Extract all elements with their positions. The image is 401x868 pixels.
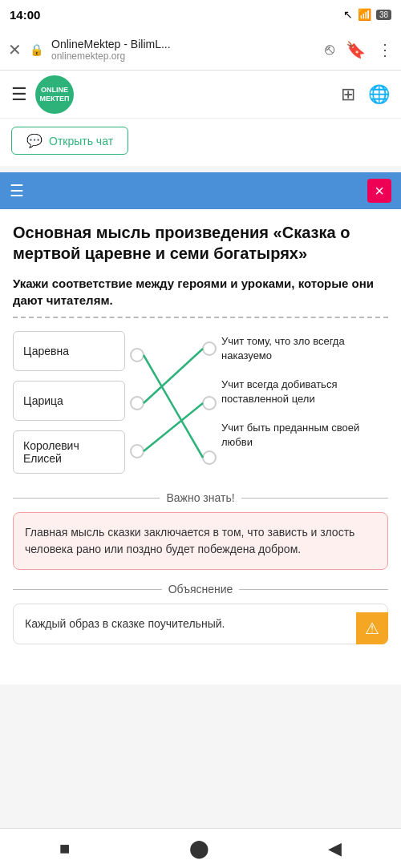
chat-section: 💬 Открыть чат bbox=[0, 119, 401, 166]
status-time: 14:00 bbox=[10, 8, 40, 22]
matching-exercise: Царевна Царица Королевич Елисей bbox=[13, 331, 388, 475]
main-content: Основная мысль произведения «Сказка о ме… bbox=[0, 209, 401, 684]
match-right-0: Учит тому, что зло всегда наказуемо bbox=[221, 331, 388, 366]
battery-icon: 38 bbox=[376, 10, 391, 20]
nav-left: ☰ ONLINE МЕКТЕП bbox=[11, 75, 74, 114]
dashed-divider bbox=[13, 317, 388, 318]
explanation-text: Каждый образ в сказке поучительный. bbox=[25, 617, 225, 630]
share-icon[interactable]: ⎋ bbox=[325, 40, 334, 59]
stop-icon[interactable]: ■ bbox=[59, 838, 70, 859]
matching-right-col: Учит тому, что зло всегда наказуемо Учит… bbox=[221, 331, 388, 475]
match-left-2: Королевич Елисей bbox=[13, 430, 125, 474]
page-title: Основная мысль произведения «Сказка о ме… bbox=[13, 222, 388, 264]
status-icons: ↖ 📶 38 bbox=[343, 8, 391, 21]
chat-icon: 💬 bbox=[26, 133, 43, 148]
warning-button[interactable]: ⚠ bbox=[356, 612, 388, 644]
browser-domain: onlinemektep.org bbox=[51, 50, 317, 62]
svg-line-6 bbox=[144, 355, 203, 458]
logo: ONLINE МЕКТЕП bbox=[35, 75, 74, 114]
svg-line-7 bbox=[144, 349, 203, 403]
nav-bar: ☰ ONLINE МЕКТЕП ⊞ 🌐 bbox=[0, 71, 401, 119]
url-block: OnlineMektep - BilimL... onlinemektep.or… bbox=[51, 38, 317, 62]
more-icon[interactable]: ⋮ bbox=[377, 40, 393, 59]
match-right-2: Учит быть преданным своей любви bbox=[221, 418, 388, 453]
connection-svg bbox=[125, 331, 221, 475]
bookmark-icon[interactable]: 🔖 bbox=[346, 40, 366, 59]
svg-point-3 bbox=[203, 342, 216, 355]
hamburger-icon[interactable]: ☰ bbox=[11, 84, 27, 105]
matching-center bbox=[125, 331, 221, 475]
match-left-0: Царевна bbox=[13, 331, 125, 371]
explanation-divider: Объяснение bbox=[13, 583, 388, 595]
home-icon[interactable]: ⬤ bbox=[189, 838, 209, 859]
status-bar: 14:00 ↖ 📶 38 bbox=[0, 0, 401, 29]
lock-icon: 🔒 bbox=[30, 43, 43, 56]
back-icon[interactable]: ◀ bbox=[328, 838, 342, 859]
match-right-1: Учит всегда добиваться поставленной цели bbox=[221, 374, 388, 410]
svg-point-2 bbox=[131, 445, 144, 458]
svg-point-1 bbox=[131, 397, 144, 410]
grid-icon[interactable]: ⊞ bbox=[341, 84, 355, 105]
content-toolbar: ☰ × bbox=[0, 172, 401, 209]
explanation-label: Объяснение bbox=[168, 583, 233, 595]
nav-right: ⊞ 🌐 bbox=[341, 84, 390, 105]
toolbar-close-button[interactable]: × bbox=[367, 179, 391, 203]
browser-actions: ⎋ 🔖 ⋮ bbox=[325, 40, 393, 59]
svg-point-4 bbox=[203, 397, 216, 410]
warning-icon: ⚠ bbox=[365, 616, 379, 640]
open-chat-button[interactable]: 💬 Открыть чат bbox=[11, 127, 128, 155]
chat-button-label: Открыть чат bbox=[49, 135, 113, 147]
wifi-icon: 📶 bbox=[358, 8, 371, 21]
important-label: Важно знать! bbox=[166, 491, 234, 504]
matching-left-col: Царевна Царица Королевич Елисей bbox=[13, 331, 125, 475]
important-text: Главная мысль сказки заключается в том, … bbox=[25, 526, 354, 555]
close-icon: × bbox=[375, 182, 384, 200]
match-left-1: Царица bbox=[13, 381, 125, 421]
globe-icon[interactable]: 🌐 bbox=[368, 84, 390, 105]
browser-bar: ✕ 🔒 OnlineMektep - BilimL... onlinemekte… bbox=[0, 29, 401, 71]
arrow-icon: ↖ bbox=[343, 8, 353, 21]
instruction-text: Укажи соответствие между героями и урока… bbox=[13, 275, 388, 309]
browser-title: OnlineMektep - BilimL... bbox=[51, 38, 317, 50]
bottom-nav: ■ ⬤ ◀ bbox=[0, 828, 401, 868]
close-tab-icon[interactable]: ✕ bbox=[8, 40, 22, 59]
svg-point-0 bbox=[131, 349, 144, 361]
explanation-box: Каждый образ в сказке поучительный. ⚠ bbox=[13, 604, 388, 644]
toolbar-hamburger-icon[interactable]: ☰ bbox=[10, 181, 24, 200]
svg-point-5 bbox=[203, 451, 216, 464]
important-box: Главная мысль сказки заключается в том, … bbox=[13, 512, 388, 570]
important-divider: Важно знать! bbox=[13, 491, 388, 504]
